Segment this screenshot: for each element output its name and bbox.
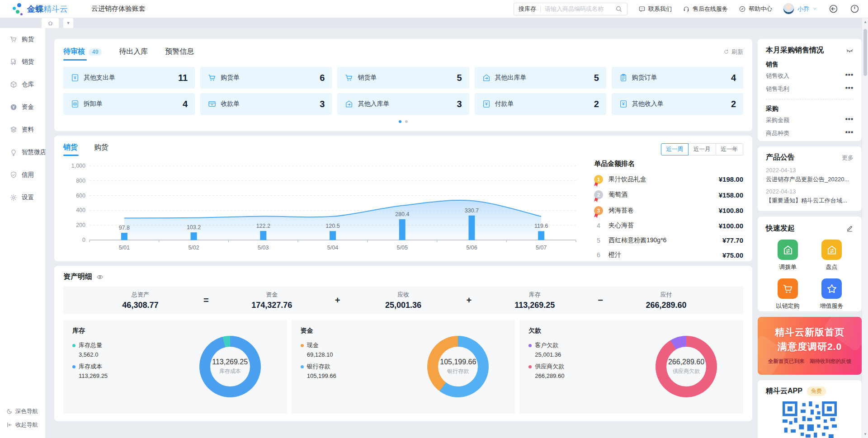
sidebar-item-settings[interactable]: 设置 (0, 186, 45, 209)
tab-pending-in-out[interactable]: 待出入库 (119, 47, 148, 61)
svg-text:5/02: 5/02 (188, 245, 199, 251)
logout-button[interactable] (849, 4, 860, 14)
legend-label: 现金 (307, 341, 319, 349)
ranking-item-value: ¥77.70 (722, 236, 743, 244)
search-scope-label[interactable]: 搜库存 (519, 5, 536, 13)
carousel-dot[interactable] (405, 120, 408, 123)
todo-card-other-outbound[interactable]: 其他出库单5 (475, 67, 606, 89)
range-week-button[interactable]: 近一周 (661, 143, 689, 155)
rank-number: 6 (594, 251, 603, 259)
ranking-row: 1果汁饮品礼盒¥198.00 (594, 175, 743, 184)
legend-item: 客户欠款25,001.36 (528, 341, 614, 358)
tab-warning-info[interactable]: 预警信息 (165, 47, 194, 61)
todo-card-purchase-request[interactable]: 购货订单4 (612, 67, 743, 89)
layers-icon (9, 126, 18, 134)
legend-value: 25,001.36 (535, 351, 614, 358)
more-link[interactable]: 更多 (842, 154, 854, 162)
sidebar-item-sales[interactable]: 销货 (0, 51, 45, 73)
kv-row: 销售毛利*** (766, 83, 854, 95)
transfer-tile[interactable] (778, 240, 798, 260)
tab-pending-approval[interactable]: 待审核49 (63, 47, 102, 61)
legend-value: 113,269.25 (79, 372, 158, 379)
refresh-button[interactable]: 刷新 (723, 48, 743, 60)
todo-card-receipt[interactable]: 收款单3 (200, 93, 332, 115)
legend-item: 现金69,128.10 (301, 341, 387, 358)
todo-card-label: 购货单 (221, 74, 240, 82)
tab-sales-trend[interactable]: 销货 (63, 143, 78, 156)
assets-title: 资产明细 (63, 272, 92, 282)
after-sales-service-link[interactable]: 售后在线服务 (683, 5, 728, 13)
kv-label: 采购金额 (766, 116, 789, 124)
quick-action-buy-to-sell[interactable]: 以销定购 (776, 278, 800, 310)
help-center-link[interactable]: 帮助中心 (739, 5, 772, 13)
back-arrow-icon (828, 4, 839, 14)
stocktake-tile[interactable] (821, 240, 842, 260)
avatar[interactable] (783, 3, 794, 14)
scroll-up-arrow-icon[interactable]: ▲ (862, 20, 868, 24)
receivable-group: 应收25,001.36 (344, 291, 462, 310)
search-divider (540, 6, 541, 12)
tab-list-dropdown[interactable]: ▼ (63, 18, 73, 28)
star-tile[interactable] (821, 278, 842, 299)
range-year-button[interactable]: 近一年 (716, 143, 744, 155)
dark-nav-toggle[interactable]: 深色导航 (0, 405, 45, 418)
eye-closed-icon[interactable] (846, 47, 854, 54)
inventory-search[interactable]: 搜库存 (514, 3, 627, 15)
kv-row: 商品种类*** (766, 127, 854, 139)
search-input[interactable] (545, 5, 615, 12)
cart-icon (208, 73, 217, 82)
quick-action-value-added[interactable]: 增值服务 (820, 278, 844, 310)
edit-pencil-icon[interactable] (846, 225, 854, 232)
inventory-donut-chart: 113,269.25库存成本 (199, 336, 261, 397)
sidebar-item-funds[interactable]: 资金 (0, 96, 45, 118)
todo-card-purchase-order[interactable]: 购货单6 (200, 67, 332, 89)
sidebar-item-warehouse[interactable]: 仓库 (0, 73, 45, 96)
todo-card-disassembly[interactable]: 拆卸单4 (63, 93, 195, 115)
todo-card-other-inbound[interactable]: 其他入库单3 (337, 93, 469, 115)
ranking-item-name: 西红柿意粉酱190g*6 (609, 236, 718, 245)
cart-tile[interactable] (778, 278, 798, 299)
sidebar-item-label: 资金 (22, 103, 34, 111)
quick-action-transfer[interactable]: 调拨单 (778, 240, 798, 271)
todo-card-other-income[interactable]: 其他收入单2 (612, 93, 743, 115)
brand-name-light: 精斗云 (43, 5, 68, 14)
tab-label: 预警信息 (165, 47, 194, 57)
todo-card-sales-order[interactable]: 销货单5 (337, 67, 469, 89)
user-name[interactable]: 小乔 (797, 5, 809, 13)
after-sales-label: 售后在线服务 (693, 5, 728, 13)
sidebar-item-smart-shop[interactable]: 智慧微店 (0, 141, 45, 164)
todo-card-label: 其他支出单 (84, 74, 115, 82)
range-month-button[interactable]: 近一月 (688, 143, 716, 155)
sidebar-item-credit[interactable]: 信用 (0, 164, 45, 186)
carousel-dots (63, 120, 743, 123)
window-tabstrip: ▼ (0, 18, 868, 28)
tab-home[interactable] (42, 18, 59, 28)
headset-icon (683, 5, 690, 13)
todo-card-other-expense[interactable]: 其他支出单11 (63, 67, 195, 89)
sidebar-item-master-data[interactable]: 资料 (0, 118, 45, 141)
sidebar-item-label: 设置 (22, 193, 34, 202)
scrollbar-thumb[interactable] (863, 29, 867, 76)
collapse-nav-toggle[interactable]: 收起导航 (0, 418, 45, 432)
tab-purchase-trend[interactable]: 购货 (94, 143, 108, 156)
formula-value: 174,327.76 (213, 301, 331, 310)
legend-value: 266,289.60 (535, 372, 614, 379)
sidebar-item-purchase[interactable]: 购货 (0, 28, 45, 51)
debt-donut-card: 欠款 客户欠款25,001.36 供应商欠款266,289.60 266,289… (519, 320, 743, 414)
scroll-down-arrow-icon[interactable]: ▼ (862, 432, 868, 436)
svg-text:1,000: 1,000 (71, 163, 85, 169)
app-header: 金蝶精斗云 云进销存体验账套 搜库存 联系我们 售后在线服务 帮助中心 小乔 (0, 0, 868, 18)
page-scrollbar[interactable]: ▲ ▼ (862, 18, 868, 438)
survey-banner[interactable]: 精斗云新版首页 满意度调研2.0 全新首页已到来 期待收到您的反馈 (758, 317, 862, 375)
search-icon[interactable] (615, 5, 623, 13)
announcement-link[interactable]: 云进销存产品更新公告_20220... (766, 175, 854, 184)
quick-action-stocktake[interactable]: 盘点 (821, 240, 842, 271)
carousel-dot[interactable] (399, 120, 401, 123)
kv-value: *** (845, 117, 854, 123)
visibility-toggle-eye-icon[interactable] (96, 273, 104, 281)
user-menu[interactable]: 小乔 (783, 3, 817, 14)
todo-card-payment[interactable]: 付款单2 (475, 93, 606, 115)
announcement-link[interactable]: 【重要通知】精斗云工作台域... (766, 197, 854, 205)
contact-us-link[interactable]: 联系我们 (638, 5, 672, 13)
back-button[interactable] (828, 4, 839, 14)
